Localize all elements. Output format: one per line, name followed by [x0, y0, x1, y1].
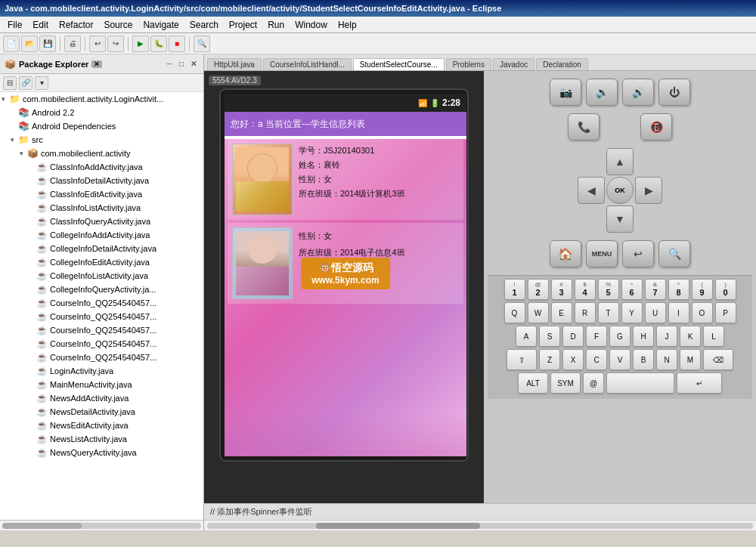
tree-item-17[interactable]: ☕ CourseInfo_QQ254540457... [0, 323, 203, 337]
key-5[interactable]: %5 [598, 279, 619, 300]
menu-window[interactable]: Window [290, 18, 332, 32]
power-button[interactable]: ⏻ [658, 79, 690, 106]
toolbar-print[interactable]: 🖨 [64, 36, 81, 52]
key-space[interactable] [606, 372, 674, 394]
key-z[interactable]: Z [539, 349, 560, 370]
minimize-icon[interactable]: ─ [164, 59, 175, 70]
tree-menu-icon[interactable]: ▾ [35, 76, 48, 90]
key-shift[interactable]: ⇧ [507, 349, 537, 370]
tree-item-11[interactable]: ☕ CollegeInfoDetailActivity.java [0, 242, 203, 255]
editor-tab-0[interactable]: HttpUtil.java [207, 58, 262, 70]
key-k[interactable]: K [680, 326, 701, 347]
tree-item-7[interactable]: ☕ ClassInfoEditActivity.java [0, 187, 203, 201]
tree-item-4[interactable]: ▾ 📦 com.mobileclient.activity [0, 147, 203, 160]
tree-item-19[interactable]: ☕ CourseInfo_QQ254540457... [0, 351, 203, 364]
tree-item-0[interactable]: ▾ 📁 com.mobileclient.activity.LoginActiv… [0, 92, 203, 106]
dpad-right-button[interactable]: ▶ [635, 177, 662, 204]
editor-tab-3[interactable]: Problems [446, 58, 491, 70]
key-e[interactable]: E [551, 302, 572, 323]
menu-run[interactable]: Run [263, 18, 289, 32]
tree-item-25[interactable]: ☕ NewsListActivity.java [0, 432, 203, 446]
toolbar-save[interactable]: 💾 [39, 36, 56, 52]
key-8[interactable]: *8 [668, 279, 689, 300]
toolbar-search[interactable]: 🔍 [194, 36, 210, 52]
dpad-down-button[interactable]: ▼ [606, 206, 634, 233]
tree-item-1[interactable]: 📚 Android 2.2 [0, 106, 203, 119]
key-9[interactable]: (9 [692, 279, 713, 300]
tree-item-2[interactable]: 📚 Android Dependencies [0, 119, 203, 133]
key-i[interactable]: I [668, 302, 689, 323]
toolbar-undo[interactable]: ↩ [89, 36, 106, 52]
link-editor-icon[interactable]: 🔗 [19, 76, 33, 90]
key-6[interactable]: ^6 [621, 279, 643, 300]
key-alt[interactable]: ALT [518, 372, 548, 394]
editor-tab-2[interactable]: StudentSelectCourse... [353, 58, 445, 70]
tree-item-22[interactable]: ☕ NewsAddActivity.java [0, 391, 203, 405]
key-h[interactable]: H [633, 326, 654, 347]
menu-refactor[interactable]: Refactor [54, 18, 98, 32]
search-button[interactable]: 🔍 [658, 240, 690, 267]
toolbar-new[interactable]: 📄 [3, 36, 20, 52]
tree-item-24[interactable]: ☕ NewsEditActivity.java [0, 419, 203, 432]
key-d[interactable]: D [562, 326, 584, 347]
volume-up-button[interactable]: 🔊 [622, 79, 654, 106]
tree-item-6[interactable]: ☕ ClassInfoDetailActivity.java [0, 174, 203, 187]
key-m[interactable]: M [680, 349, 701, 370]
h-scrollbar-thumb[interactable] [316, 523, 480, 529]
h-scroll-thumb[interactable] [2, 523, 82, 529]
menu-edit[interactable]: Edit [28, 18, 53, 32]
menu-help[interactable]: Help [333, 18, 361, 32]
key-sym[interactable]: SYM [550, 372, 581, 394]
key-o[interactable]: O [692, 302, 713, 323]
tree-item-18[interactable]: ☕ CourseInfo_QQ254540457... [0, 337, 203, 351]
key-j[interactable]: J [656, 326, 677, 347]
student-card-1[interactable]: 学号：JSJ20140301 姓名：襄铃 性别：女 所在班级：2014级计算机3… [228, 139, 463, 220]
tree-item-20[interactable]: ☕ LoginActivity.java [0, 364, 203, 378]
key-g[interactable]: G [609, 326, 631, 347]
key-t[interactable]: T [598, 302, 619, 323]
key-3[interactable]: #3 [551, 279, 572, 300]
tree-item-13[interactable]: ☕ CollegeInfoListActivity.java [0, 269, 203, 283]
key-7[interactable]: &7 [645, 279, 666, 300]
key-c[interactable]: C [586, 349, 607, 370]
key-p[interactable]: P [715, 302, 736, 323]
key-n[interactable]: N [656, 349, 677, 370]
tree-item-8[interactable]: ☕ ClassInfoListActivity.java [0, 201, 203, 215]
tree-item-26[interactable]: ☕ NewsQueryActivity.java [0, 446, 203, 459]
tree-item-16[interactable]: ☕ CourseInfo_QQ254540457... [0, 310, 203, 323]
key-y[interactable]: Y [621, 302, 643, 323]
toolbar-run[interactable]: ▶ [132, 36, 149, 52]
menu-project[interactable]: Project [225, 18, 262, 32]
toolbar-stop[interactable]: ■ [169, 36, 185, 52]
tree-item-15[interactable]: ☕ CourseInfo_QQ254540457... [0, 296, 203, 310]
key-v[interactable]: V [609, 349, 631, 370]
tree-item-12[interactable]: ☕ CollegeInfoEditActivity.java [0, 255, 203, 269]
menu-navigate[interactable]: Navigate [138, 18, 183, 32]
h-scrollbar-track[interactable] [207, 523, 753, 529]
h-scrollbar-main[interactable] [204, 520, 756, 530]
menu-file[interactable]: File [3, 18, 26, 32]
key-q[interactable]: Q [504, 302, 525, 323]
tree-item-9[interactable]: ☕ ClassInfoQueryActivity.java [0, 215, 203, 228]
collapse-all-icon[interactable]: ⊟ [3, 76, 17, 90]
back-button[interactable]: ↩ [622, 240, 654, 267]
key-4[interactable]: $4 [575, 279, 596, 300]
editor-tab-5[interactable]: Declaration [536, 58, 588, 70]
key-a[interactable]: A [516, 326, 537, 347]
volume-down-button[interactable]: 🔉 [586, 79, 618, 106]
editor-tab-4[interactable]: Javadoc [493, 58, 534, 70]
key-2[interactable]: @2 [528, 279, 549, 300]
key-u[interactable]: U [645, 302, 666, 323]
menu-search[interactable]: Search [185, 18, 223, 32]
key-b[interactable]: B [633, 349, 654, 370]
key-x[interactable]: X [562, 349, 584, 370]
home-button[interactable]: 🏠 [550, 240, 581, 267]
tree-item-3[interactable]: ▾ 📁 src [0, 133, 203, 147]
key-0[interactable]: )0 [715, 279, 736, 300]
camera-button[interactable]: 📷 [550, 79, 581, 106]
tree-item-14[interactable]: ☕ CollegeInfoQueryActivity.ja... [0, 283, 203, 296]
maximize-icon[interactable]: □ [176, 59, 187, 70]
tree-item-23[interactable]: ☕ NewsDetailActivity.java [0, 405, 203, 419]
key-l[interactable]: L [703, 326, 724, 347]
dpad-left-button[interactable]: ◀ [578, 177, 605, 204]
